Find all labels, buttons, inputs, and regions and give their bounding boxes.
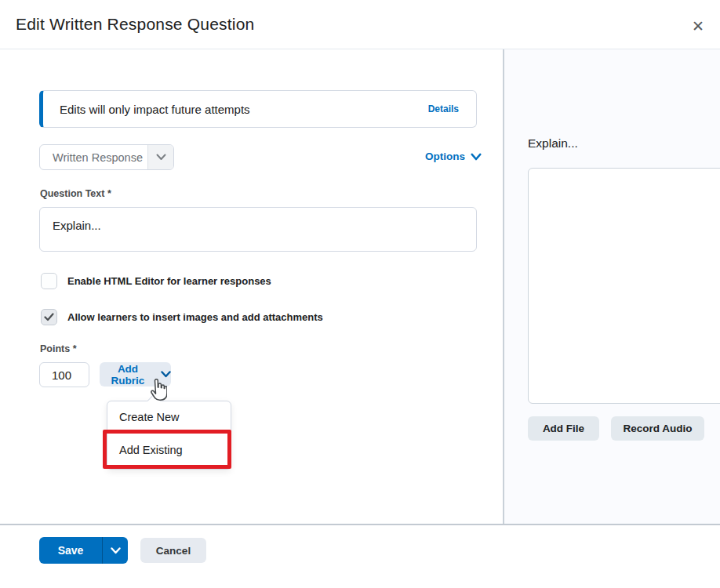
chevron-down-icon xyxy=(471,153,482,161)
record-audio-button[interactable]: Record Audio xyxy=(611,416,704,441)
question-type-selected: Written Response xyxy=(40,145,147,169)
options-toggle[interactable]: Options xyxy=(425,151,482,162)
save-button[interactable]: Save xyxy=(39,537,102,564)
save-split-button: Save xyxy=(39,537,128,564)
enable-html-editor-row: Enable HTML Editor for learner responses xyxy=(41,273,271,289)
add-file-button[interactable]: Add File xyxy=(528,416,599,441)
add-rubric-menu: Create New Add Existing xyxy=(107,401,231,470)
preview-question-text: Explain... xyxy=(528,136,578,151)
checkmark-icon xyxy=(44,313,54,321)
edit-impact-alert: Edits will only impact future attempts D… xyxy=(39,90,477,128)
menu-item-add-existing[interactable]: Add Existing xyxy=(107,433,231,469)
points-input[interactable] xyxy=(39,362,89,387)
chevron-down-icon xyxy=(161,371,171,378)
question-type-dropdown[interactable]: Written Response xyxy=(39,144,174,170)
details-link[interactable]: Details xyxy=(428,103,459,114)
enable-html-editor-checkbox[interactable] xyxy=(41,273,57,289)
close-icon: ✕ xyxy=(692,18,704,34)
preview-panel: Explain... Add File Record Audio xyxy=(504,49,720,524)
question-text-label: Question Text * xyxy=(40,188,111,199)
enable-html-editor-label: Enable HTML Editor for learner responses xyxy=(67,275,271,287)
edit-question-dialog: Edit Written Response Question ✕ Edits w… xyxy=(0,0,720,588)
points-label: Points * xyxy=(40,343,77,354)
allow-attachments-label: Allow learners to insert images and add … xyxy=(67,311,323,323)
chevron-down-icon xyxy=(111,547,121,554)
page-title: Edit Written Response Question xyxy=(16,15,254,34)
dialog-header: Edit Written Response Question ✕ xyxy=(0,0,720,49)
alert-message: Edits will only impact future attempts xyxy=(60,103,428,116)
chevron-down-icon xyxy=(147,145,173,169)
mouse-pointer-icon xyxy=(149,379,167,401)
preview-response-textarea[interactable] xyxy=(528,168,720,404)
close-button[interactable]: ✕ xyxy=(689,16,707,37)
cancel-button[interactable]: Cancel xyxy=(140,538,206,563)
question-text-input[interactable]: Explain... xyxy=(39,207,477,252)
save-options-arrow-button[interactable] xyxy=(102,537,128,564)
allow-attachments-row: Allow learners to insert images and add … xyxy=(41,309,323,325)
options-label: Options xyxy=(425,151,465,162)
add-rubric-label: Add Rubric xyxy=(100,363,156,387)
dialog-footer: Save Cancel xyxy=(0,524,720,588)
allow-attachments-checkbox[interactable] xyxy=(41,309,57,325)
menu-item-create-new[interactable]: Create New xyxy=(107,401,231,433)
